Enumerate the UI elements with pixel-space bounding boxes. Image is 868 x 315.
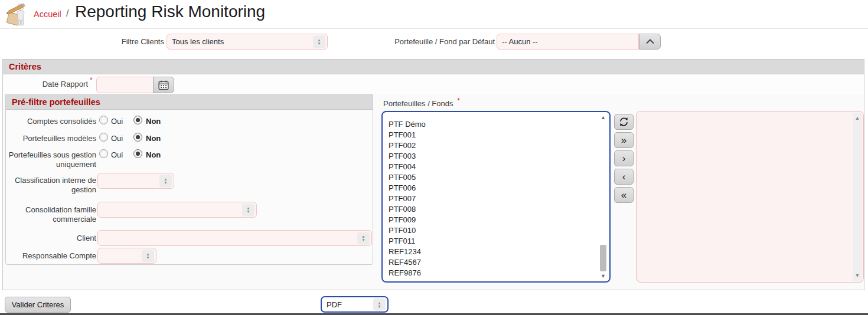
valider-criteres-button[interactable]: Valider Criteres [5,297,71,313]
list-item[interactable]: PTF010 [389,225,598,236]
portefeuilles-available-items: PTF Démo PTF001 PTF002 PTF003 PTF004 PTF… [383,112,598,281]
criteres-title: Critères [9,62,41,71]
radio-row-label: Comptes consolidés [6,117,96,126]
filtre-clients-label: Filtre Clients [59,37,164,46]
list-item[interactable]: PTF Démo [389,119,598,130]
radio-option-label: Oui [111,134,123,143]
list-item[interactable]: REF9876 [389,268,598,278]
radio-sous-gestion-non[interactable] [133,149,142,158]
portefeuilles-available-listbox[interactable]: PTF Démo PTF001 PTF002 PTF003 PTF004 PTF… [381,111,611,283]
radio-sous-gestion-oui[interactable] [99,149,108,158]
up-down-spinner-icon: ▲▼ [313,35,325,48]
move-all-left-button[interactable]: « [614,187,634,203]
radio-option-label: Oui [111,150,123,159]
up-down-spinner-icon: ▲▼ [242,204,254,216]
breadcrumb-separator: / [66,8,68,19]
list-item[interactable]: PTF006 [389,183,598,193]
list-item[interactable]: REF4567 [389,257,598,268]
page-title: Reporting Risk Monitoring [75,2,265,21]
filtre-clients-value: Tous les clients [172,37,224,46]
portefeuille-defaut-select[interactable]: -- Aucun -- [497,34,639,50]
sync-lists-button[interactable] [614,114,634,130]
date-rapport-calendar-button[interactable] [153,77,174,93]
move-left-button[interactable]: ‹ [614,169,634,185]
prefiltre-header-bar: Pré-filtre portefeuilles [6,95,373,110]
portefeuilles-fonds-label: Portefeuilles / Fonds * [383,97,460,108]
date-rapport-label: Date Rapport [3,80,88,88]
criteres-header-bar: Critères [3,60,864,74]
portefeuille-defaut-label: Portefeuille / Fond par Défaut [331,37,495,46]
list-item[interactable]: PTF007 [389,193,598,204]
prefiltre-title: Pré-filtre portefeuilles [12,97,100,107]
client-select[interactable]: ▲▼ [97,230,372,246]
available-list-scrollbar[interactable]: ▲ ▼ [599,114,608,280]
radio-row-label: Portefeuilles sous gestion uniquement [6,150,96,169]
sync-icon [618,116,629,127]
breadcrumb-home-link[interactable]: Accueil [34,9,61,19]
scroll-up-icon[interactable]: ▲ [599,114,608,120]
radio-comptes-consolides-oui[interactable] [99,116,108,124]
list-item[interactable]: PTF002 [389,140,598,151]
list-item[interactable]: PTF009 [389,215,598,225]
date-rapport-row: Date Rapport * [3,74,864,94]
responsable-compte-label: Responsable Compte [6,251,96,261]
date-rapport-required-marker: * [90,76,93,84]
consolidation-select[interactable]: ▲▼ [97,202,257,218]
radio-option-label: Non [146,134,161,143]
scroll-down-icon[interactable]: ▼ [599,273,608,279]
radio-option-label: Oui [111,117,123,126]
scrollbar-thumb[interactable] [600,245,606,271]
scroll-up-icon[interactable]: ▲ [853,115,862,121]
responsable-compte-select[interactable]: ▲▼ [97,248,156,264]
output-format-value: PDF [327,300,342,309]
move-right-button[interactable]: › [614,150,634,166]
radio-portefeuilles-modeles-oui[interactable] [99,133,108,142]
list-item[interactable]: PTF011 [389,236,598,247]
up-down-spinner-icon: ▲▼ [142,250,154,262]
criteres-panel: Critères Date Rapport * Pré-filtre porte… [2,59,864,290]
up-down-spinner-icon: ▲▼ [357,232,370,244]
chevron-up-icon [645,39,655,44]
radio-option-label: Non [146,117,161,126]
classification-select[interactable]: ▲▼ [97,173,174,189]
page-header: Accueil / Reporting Risk Monitoring [0,0,868,29]
classification-label: Classification interne de gestion [6,176,96,195]
filtre-clients-select[interactable]: Tous les clients ▲▼ [167,34,328,50]
list-item[interactable]: PTF008 [389,204,598,215]
selected-list-scrollbar[interactable]: ▲ ▼ [853,113,862,281]
date-rapport-input[interactable] [96,77,154,93]
radio-portefeuilles-modeles-non[interactable] [133,133,142,142]
scroll-down-icon[interactable]: ▼ [853,273,862,278]
calendar-icon [158,80,169,90]
client-label: Client [6,234,96,243]
list-item[interactable]: PTF005 [389,172,598,183]
list-item[interactable]: REF1234 [389,247,598,257]
portefeuilles-fonds-required-marker: * [457,97,460,105]
up-down-spinner-icon: ▲▼ [159,175,172,187]
output-format-select[interactable]: PDF ▲▼ [321,296,389,313]
up-down-spinner-icon: ▲▼ [373,298,386,311]
prefiltre-panel: Pré-filtre portefeuilles Comptes consoli… [5,94,373,265]
portefeuille-defaut-expand-button[interactable] [639,34,661,50]
portefeuilles-fonds-label-text: Portefeuilles / Fonds [383,99,453,108]
radio-comptes-consolides-non[interactable] [133,116,142,124]
list-item[interactable]: PTF003 [389,151,598,162]
move-all-right-button[interactable]: » [614,132,634,148]
portefeuilles-selected-listbox[interactable]: ▲ ▼ [636,111,864,283]
radio-option-label: Non [146,150,161,159]
list-item[interactable]: PTF001 [389,130,598,140]
portefeuille-defaut-value: -- Aucun -- [502,37,538,46]
app-logo-icon [6,2,32,28]
list-item[interactable]: PTF004 [389,162,598,172]
radio-row-label: Portefeuilles modèles [6,134,96,143]
consolidation-label: Consolidation famille commerciale [6,205,96,224]
